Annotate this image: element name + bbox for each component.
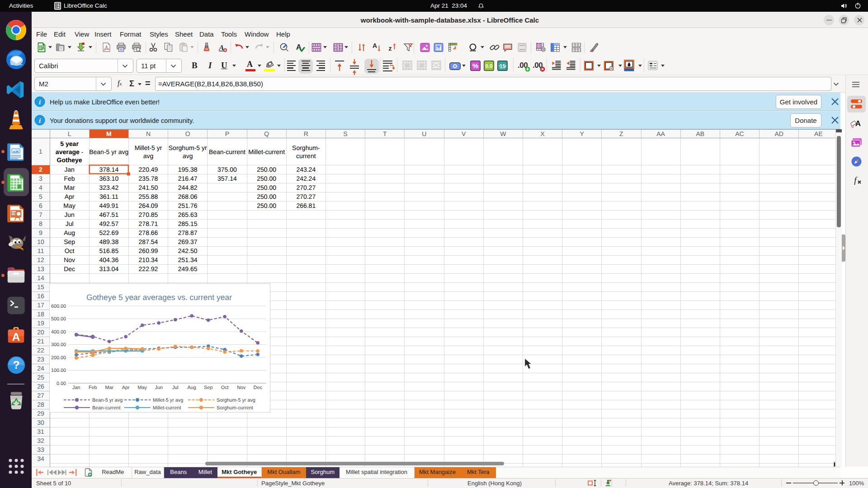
svg-text:avg: avg [143,152,154,160]
svg-text:Gotheye: Gotheye [57,156,82,164]
svg-text:Feb: Feb [64,175,75,182]
svg-text:8: 8 [39,220,42,227]
svg-text:20: 20 [37,328,44,336]
svg-text:12: 12 [37,256,44,263]
svg-text:Nov: Nov [237,385,246,390]
svg-text:avg: avg [183,152,193,160]
svg-text:AB: AB [696,130,704,137]
svg-text:21: 21 [37,338,44,345]
svg-text:Jul: Jul [172,385,178,390]
svg-text:31: 31 [37,428,44,435]
svg-text:24: 24 [37,365,44,372]
svg-text:32: 32 [37,437,44,444]
svg-text:323.42: 323.42 [99,184,118,191]
svg-text:2: 2 [39,166,42,173]
svg-text:Bean-current: Bean-current [209,148,245,155]
svg-text:L: L [68,130,71,137]
svg-text:278.66: 278.66 [139,229,158,236]
svg-text:251.76: 251.76 [178,202,198,209]
svg-text:AE: AE [814,130,823,137]
svg-text:f: f [854,175,858,185]
svg-text:449.91: 449.91 [99,202,118,209]
svg-text:270.85: 270.85 [139,211,158,218]
svg-text:516.85: 516.85 [99,247,118,254]
svg-text:244.82: 244.82 [178,184,198,191]
svg-text:265.63: 265.63 [178,211,198,218]
svg-text:11: 11 [38,247,44,254]
svg-text:Mar: Mar [105,385,113,390]
svg-text:467.51: 467.51 [99,211,118,218]
svg-text:Millet-current: Millet-current [153,405,181,411]
svg-text:250.00: 250.00 [257,166,276,173]
svg-text:T: T [383,130,387,137]
svg-text:Millet-5 yr avg: Millet-5 yr avg [153,398,183,403]
svg-text:15: 15 [37,283,44,291]
svg-text:15: 15 [500,63,506,70]
svg-text:10: 10 [37,238,44,245]
svg-text:22: 22 [37,347,44,354]
svg-text:378.14: 378.14 [99,166,118,173]
svg-text:5 year: 5 year [60,140,79,147]
svg-text:V: V [462,130,466,137]
svg-text:Sorghum-5 yr: Sorghum-5 yr [169,144,207,151]
svg-text:242.50: 242.50 [178,247,198,254]
svg-text:Gotheye 5 year averages vs. cu: Gotheye 5 year averages vs. current year [86,293,232,302]
svg-text:O: O [185,130,190,137]
svg-text:0.0: 0.0 [486,63,493,69]
svg-text:23: 23 [37,356,44,363]
svg-text:3: 3 [39,175,42,182]
svg-text:375.00: 375.00 [217,166,237,173]
svg-text:A: A [12,331,20,343]
svg-text:Oct: Oct [221,385,228,390]
svg-text:25: 25 [37,374,44,381]
svg-text:Apr: Apr [122,385,129,390]
svg-text:269.37: 269.37 [178,238,198,245]
svg-text:26: 26 [37,383,44,390]
svg-text:220.49: 220.49 [139,166,158,173]
svg-text:z: z [389,45,392,52]
svg-text:489.38: 489.38 [99,238,118,245]
svg-text:400.00: 400.00 [51,329,66,335]
svg-text:361.11: 361.11 [99,193,118,200]
svg-text:5: 5 [39,193,42,200]
svg-text:17: 17 [37,301,44,309]
svg-text:19: 19 [37,319,44,327]
svg-text:AA: AA [656,130,665,137]
svg-text:U: U [422,130,426,137]
svg-text:A: A [373,42,377,49]
svg-text:Sep: Sep [204,385,212,390]
svg-text:500.00: 500.00 [51,316,66,322]
svg-text:287.54: 287.54 [139,238,158,245]
svg-text:Sorghum-: Sorghum- [292,144,320,151]
svg-text:30: 30 [37,419,44,426]
svg-text:260.99: 260.99 [139,247,158,254]
svg-text:Q: Q [264,130,269,137]
svg-text:100.00: 100.00 [51,368,66,373]
svg-text:0.00: 0.00 [56,381,66,386]
svg-text:16: 16 [37,292,44,300]
svg-text:250.00: 250.00 [257,184,276,191]
svg-text:AD: AD [774,130,783,137]
svg-text:Sorghum-5 yr avg: Sorghum-5 yr avg [217,398,255,403]
svg-text:216.47: 216.47 [178,175,198,182]
svg-text:Sorghum-current: Sorghum-current [217,405,253,411]
svg-text:?: ? [13,359,19,371]
svg-text:250.00: 250.00 [257,175,276,182]
svg-text:Aug: Aug [187,385,196,390]
svg-text:M: M [106,130,112,137]
svg-text:34: 34 [37,455,44,462]
svg-text:9: 9 [39,229,42,236]
svg-text:270.27: 270.27 [296,193,316,200]
svg-text:X: X [540,130,545,137]
svg-text:%: % [472,62,478,70]
svg-text:600.00: 600.00 [51,304,66,309]
svg-text:Bean-current: Bean-current [92,405,120,411]
svg-text:264.09: 264.09 [139,202,158,209]
svg-text:7: 7 [39,211,42,218]
svg-text:Sep: Sep [64,238,75,245]
svg-text:195.38: 195.38 [178,166,198,173]
svg-text:Bean-5 yr avg: Bean-5 yr avg [92,398,123,403]
svg-text:242.24: 242.24 [296,175,316,182]
svg-text:S: S [343,130,347,137]
svg-text:278.71: 278.71 [139,220,158,227]
